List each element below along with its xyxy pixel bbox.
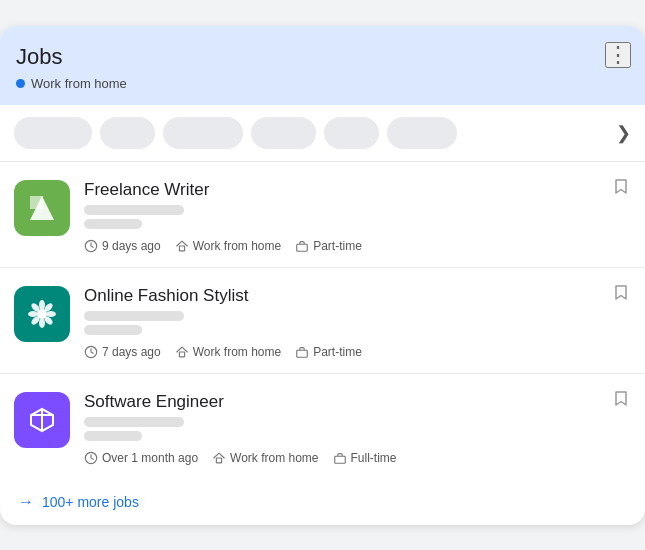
more-options-button[interactable]: ⋮ (605, 42, 631, 68)
filter-pill-6[interactable] (387, 117, 457, 149)
job-item[interactable]: Software Engineer Over 1 month ago Work … (0, 374, 645, 479)
filter-pill-3[interactable] (163, 117, 243, 149)
job-location: Work from home (175, 345, 281, 359)
briefcase-icon (295, 239, 309, 253)
bookmark-button[interactable] (611, 388, 631, 413)
job-meta: Over 1 month ago Work from home Full-tim… (84, 451, 631, 465)
job-location: Work from home (212, 451, 318, 465)
job-list: Freelance Writer 9 days ago Work from ho… (0, 162, 645, 479)
job-item[interactable]: Online Fashion Stylist 7 days ago Work f… (0, 268, 645, 374)
more-jobs-link[interactable]: → 100+ more jobs (0, 479, 645, 525)
header: Jobs Work from home ⋮ (0, 26, 645, 105)
company-detail-skeleton (84, 325, 142, 335)
home-icon (212, 451, 226, 465)
job-info: Online Fashion Stylist 7 days ago Work f… (84, 286, 631, 359)
clock-icon (84, 239, 98, 253)
time-ago: 9 days ago (84, 239, 161, 253)
company-logo (14, 180, 70, 236)
time-ago: 7 days ago (84, 345, 161, 359)
job-location: Work from home (175, 239, 281, 253)
company-detail-skeleton (84, 431, 142, 441)
company-name-skeleton (84, 311, 184, 321)
svg-point-8 (28, 311, 38, 317)
bookmark-icon (611, 176, 631, 196)
more-jobs-label: 100+ more jobs (42, 494, 139, 510)
bookmark-icon (611, 388, 631, 408)
time-ago: Over 1 month ago (84, 451, 198, 465)
job-title: Online Fashion Stylist (84, 286, 631, 306)
bookmark-button[interactable] (611, 176, 631, 201)
job-info: Freelance Writer 9 days ago Work from ho… (84, 180, 631, 253)
filter-pill-2[interactable] (100, 117, 155, 149)
svg-point-7 (39, 318, 45, 328)
filter-bar: ❯ (0, 105, 645, 162)
clock-icon (84, 451, 98, 465)
svg-rect-16 (297, 350, 308, 357)
svg-rect-21 (216, 458, 221, 463)
svg-rect-4 (297, 244, 308, 251)
svg-rect-1 (30, 196, 43, 209)
svg-rect-15 (179, 352, 184, 357)
job-info: Software Engineer Over 1 month ago Work … (84, 392, 631, 465)
filter-arrow-icon[interactable]: ❯ (616, 122, 631, 144)
svg-point-9 (46, 311, 56, 317)
svg-rect-3 (179, 246, 184, 251)
job-item[interactable]: Freelance Writer 9 days ago Work from ho… (0, 162, 645, 268)
company-name-skeleton (84, 417, 184, 427)
arrow-right-icon: → (18, 493, 34, 511)
job-title: Software Engineer (84, 392, 631, 412)
company-logo (14, 392, 70, 448)
home-icon (175, 345, 189, 359)
company-name-skeleton (84, 205, 184, 215)
svg-point-6 (39, 300, 45, 310)
company-detail-skeleton (84, 219, 142, 229)
blue-dot-icon (16, 79, 25, 88)
job-type: Part-time (295, 239, 362, 253)
header-subtitle-text: Work from home (31, 76, 127, 91)
job-meta: 9 days ago Work from home Part-time (84, 239, 631, 253)
svg-rect-22 (334, 456, 345, 463)
job-title: Freelance Writer (84, 180, 631, 200)
bookmark-button[interactable] (611, 282, 631, 307)
briefcase-icon (295, 345, 309, 359)
filter-pill-4[interactable] (251, 117, 316, 149)
filter-pill-1[interactable] (14, 117, 92, 149)
job-meta: 7 days ago Work from home Part-time (84, 345, 631, 359)
page-title: Jobs (16, 44, 629, 70)
job-type: Part-time (295, 345, 362, 359)
clock-icon (84, 345, 98, 359)
briefcase-icon (333, 451, 347, 465)
bookmark-icon (611, 282, 631, 302)
company-logo (14, 286, 70, 342)
job-type: Full-time (333, 451, 397, 465)
filter-pill-5[interactable] (324, 117, 379, 149)
header-subtitle: Work from home (16, 76, 629, 91)
home-icon (175, 239, 189, 253)
jobs-card: Jobs Work from home ⋮ ❯ Freelance Writer (0, 26, 645, 525)
